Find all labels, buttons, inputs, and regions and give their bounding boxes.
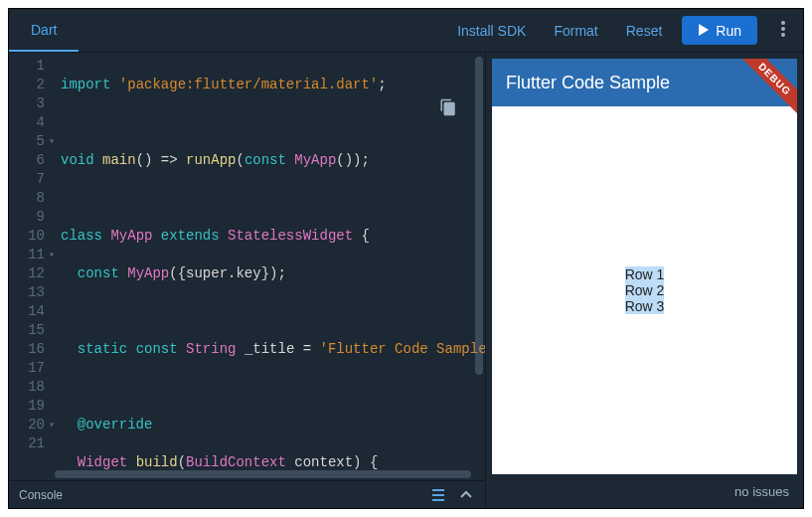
status-text: no issues — [734, 484, 789, 499]
line-number: 1 — [9, 57, 45, 76]
line-number: 5 — [9, 132, 45, 151]
line-number: 13 — [9, 283, 45, 302]
horizontal-scrollbar[interactable] — [55, 470, 471, 478]
run-button[interactable]: Run — [682, 16, 757, 45]
line-number: 2 — [9, 76, 45, 94]
line-number: 7 — [9, 170, 45, 189]
console-bar[interactable]: Console — [9, 480, 485, 508]
format-button[interactable]: Format — [540, 9, 611, 52]
line-gutter: 123456789101112131415161718192021 — [9, 53, 55, 480]
install-sdk-button[interactable]: Install SDK — [443, 9, 540, 52]
vertical-scrollbar[interactable] — [475, 57, 483, 375]
app-body: Row 1Row 2Row 3 — [492, 106, 797, 474]
line-number: 21 — [9, 434, 45, 453]
preview-row[interactable]: Row 3 — [625, 298, 665, 314]
line-number: 11 — [9, 246, 45, 264]
copy-button[interactable] — [439, 98, 457, 116]
line-number: 8 — [9, 189, 45, 208]
preview-row[interactable]: Row 1 — [625, 266, 665, 282]
code-editor[interactable]: 123456789101112131415161718192021 import… — [9, 53, 485, 480]
svg-point-0 — [781, 21, 785, 25]
line-number: 12 — [9, 264, 45, 283]
reset-button[interactable]: Reset — [612, 9, 677, 52]
more-menu-button[interactable] — [763, 9, 803, 52]
editor-pane: 123456789101112131415161718192021 import… — [9, 53, 486, 508]
line-number: 10 — [9, 227, 45, 246]
svg-point-1 — [781, 27, 785, 31]
line-number: 6 — [9, 151, 45, 170]
line-number: 9 — [9, 208, 45, 227]
line-number: 20 — [9, 416, 45, 434]
line-number: 16 — [9, 340, 45, 359]
top-toolbar: Dart Install SDK Format Reset Run — [9, 9, 803, 53]
svg-point-2 — [781, 33, 785, 37]
line-number: 14 — [9, 302, 45, 321]
kebab-icon — [781, 21, 785, 40]
line-number: 15 — [9, 321, 45, 340]
play-icon — [698, 23, 710, 39]
svg-rect-5 — [432, 499, 444, 501]
preview-pane: Flutter Code Sample DEBUG Row 1Row 2Row … — [486, 53, 803, 508]
console-collapse-button[interactable] — [457, 488, 475, 502]
copy-icon — [439, 104, 457, 120]
line-number: 4 — [9, 113, 45, 132]
status-bar: no issues — [486, 474, 803, 508]
line-number: 19 — [9, 397, 45, 416]
console-list-icon[interactable] — [431, 489, 449, 501]
code-content[interactable]: import 'package:flutter/material.dart'; … — [55, 53, 485, 480]
line-number: 18 — [9, 378, 45, 397]
tab-dart[interactable]: Dart — [9, 9, 79, 52]
app-bar-title: Flutter Code Sample — [506, 73, 670, 93]
line-number: 17 — [9, 359, 45, 378]
preview-row[interactable]: Row 2 — [625, 282, 665, 298]
svg-rect-4 — [432, 494, 444, 496]
console-label: Console — [19, 488, 63, 502]
svg-rect-3 — [432, 489, 444, 491]
run-button-label: Run — [716, 23, 741, 39]
app-preview[interactable]: Flutter Code Sample DEBUG Row 1Row 2Row … — [492, 59, 797, 474]
line-number: 3 — [9, 94, 45, 113]
